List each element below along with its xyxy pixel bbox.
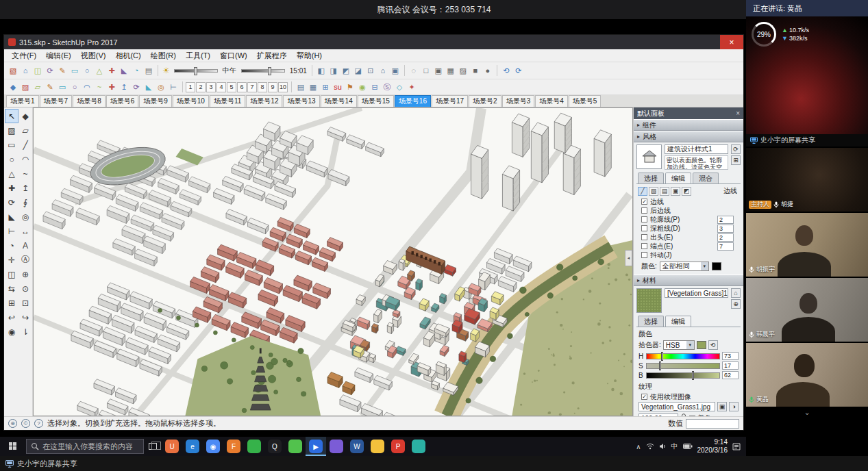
new-style-button[interactable]: ⊞ [731, 155, 741, 165]
toolbar-icon[interactable]: ⊟ [369, 81, 381, 93]
credits-icon[interactable]: © [21, 419, 30, 428]
view-icon[interactable]: ◨ [327, 64, 340, 77]
taskbar-app-icon[interactable]: W [347, 437, 367, 456]
tool-icon[interactable]: ↖ [5, 109, 18, 123]
tool-icon[interactable]: △ [5, 166, 18, 181]
ime-indicator[interactable]: 中 [671, 442, 678, 451]
scene-tab[interactable]: 场景号8 [73, 95, 106, 107]
tool-icon[interactable]: ⊢ [5, 224, 18, 238]
scene-number-button[interactable]: 1 [186, 82, 195, 92]
taskbar-app-icon[interactable]: P [388, 437, 408, 456]
taskbar-search-input[interactable]: 在这里输入你要搜索的内容 [26, 439, 144, 454]
tool-icon[interactable]: ∮ [18, 195, 32, 209]
toolbar-icon[interactable]: ◣ [118, 64, 130, 77]
menu-item[interactable]: 编辑(E) [41, 51, 76, 61]
style-thumbnail[interactable] [636, 144, 662, 169]
toolbar-icon[interactable]: ⌂ [19, 64, 32, 77]
use-texture-checkbox[interactable] [641, 394, 647, 400]
tool-icon[interactable]: ◫ [5, 267, 18, 281]
view-icon[interactable]: ◧ [315, 64, 327, 77]
shadow-date-slider[interactable] [174, 69, 218, 73]
scene-number-button[interactable]: 5 [227, 82, 236, 92]
tool-icon[interactable]: ↪ [18, 310, 32, 324]
taskbar-app-icon[interactable] [326, 437, 347, 456]
tab-styles-edit[interactable]: 编辑 [665, 173, 691, 183]
brightness-value-input[interactable]: 62 [722, 371, 739, 379]
tab-styles-mix[interactable]: 混合 [693, 173, 719, 183]
toolbar-icon[interactable]: ▱ [32, 81, 44, 93]
toolbar-icon[interactable]: ◠ [81, 81, 93, 93]
tool-icon[interactable]: ⊡ [18, 296, 32, 310]
taskbar-app-icon[interactable] [244, 437, 264, 456]
depth-cue-checkbox[interactable] [641, 225, 647, 231]
tool-icon[interactable]: ◎ [18, 209, 32, 224]
tool-icon[interactable]: ◆ [18, 109, 32, 123]
tool-icon[interactable]: ↩ [5, 310, 18, 324]
scene-number-button[interactable]: 8 [258, 82, 267, 92]
shadow-sun-icon[interactable]: ☀ [162, 66, 170, 75]
view-icon[interactable]: ⊡ [364, 64, 377, 77]
help-icon[interactable]: ? [34, 419, 43, 428]
toolbar-icon[interactable]: ◎ [155, 81, 167, 93]
extension-value-input[interactable]: 2 [717, 233, 734, 242]
face-style-icon[interactable]: ● [482, 64, 494, 77]
scene-number-button[interactable]: 2 [196, 82, 206, 92]
scene-tab[interactable]: 场景号15 [358, 95, 394, 107]
tool-icon[interactable]: ⊞ [5, 296, 18, 310]
material-name-input[interactable]: [Vegetation Grass]1 [665, 288, 728, 298]
toolbar-icon[interactable]: ✚ [106, 81, 118, 93]
participant-video-tile[interactable]: 主持人 胡捷 [746, 148, 868, 212]
tool-icon[interactable]: ⊙ [18, 281, 32, 296]
saturation-slider[interactable] [646, 363, 720, 369]
model-viewport[interactable]: ◂ [33, 107, 633, 416]
modeling-settings-icon[interactable]: ◩ [682, 187, 691, 196]
scene-number-button[interactable]: 10 [278, 82, 288, 92]
view-icon[interactable]: ⌂ [377, 64, 389, 77]
face-style-icon[interactable]: ◌ [408, 64, 420, 77]
scene-tab[interactable]: 场景号13 [283, 95, 319, 107]
tray-close-icon[interactable]: × [736, 110, 740, 117]
edge-color-dropdown[interactable]: 全部相同 ▾ [660, 262, 709, 271]
hue-value-input[interactable]: 73 [722, 352, 739, 360]
toolbar-icon[interactable]: ◣ [142, 81, 155, 93]
scene-tab[interactable]: 场景号11 [210, 95, 245, 107]
toolbar-icon[interactable]: ✦ [406, 81, 418, 93]
toolbar-icon[interactable]: ⊞ [319, 81, 332, 93]
material-color-swatch[interactable] [697, 341, 706, 349]
tool-icon[interactable]: ↥ [18, 181, 32, 195]
toolbar-icon[interactable]: ◫ [32, 64, 44, 77]
depth-cue-value-input[interactable]: 3 [717, 225, 734, 233]
toolbar-icon[interactable]: ▤ [142, 64, 155, 77]
taskbar-app-icon[interactable] [367, 437, 388, 456]
texture-color-wheel-icon[interactable]: ◑ [729, 402, 739, 411]
toolbar-icon[interactable]: ◉ [356, 81, 369, 93]
toolbar-icon[interactable]: ○ [69, 81, 81, 93]
start-button[interactable] [0, 437, 26, 456]
section-header-styles[interactable]: ▸ 风格 [634, 131, 743, 142]
face-style-icon[interactable]: ▦ [445, 64, 457, 77]
section-header-components[interactable]: ▸ 组件 [634, 119, 743, 131]
face-style-icon[interactable]: ▣ [432, 64, 445, 77]
watermark-settings-icon[interactable]: ▣ [671, 187, 680, 196]
toolbar-icon[interactable]: ✎ [44, 81, 56, 93]
orbit-mode-icon[interactable]: ⟲ [500, 64, 512, 77]
participant-video-tile[interactable]: 胡振宇 [746, 213, 868, 277]
texture-file-input[interactable]: Vegetation_Grass1.jpg [638, 402, 715, 411]
tool-icon[interactable]: ✚ [5, 181, 18, 195]
measurements-input[interactable] [686, 419, 739, 429]
menu-item[interactable]: 帮助(H) [292, 51, 327, 61]
scene-tab[interactable]: 场景号5 [569, 95, 602, 107]
scene-tab[interactable]: 场景号17 [432, 95, 468, 107]
picker-dropdown[interactable]: HSB ▾ [663, 340, 695, 350]
self-video-tile[interactable]: 29% ▲10.7k/s ▼382k/s [746, 16, 868, 134]
section-header-materials[interactable]: ▸ 材料 [634, 275, 743, 286]
tool-icon[interactable]: ⟳ [5, 195, 18, 209]
scene-number-button[interactable]: 3 [206, 82, 216, 92]
back-edges-checkbox[interactable] [641, 207, 647, 214]
tool-icon[interactable]: ◠ [18, 152, 32, 166]
taskbar-app-icon[interactable]: ◉ [203, 437, 223, 456]
face-style-icon[interactable]: ■ [469, 64, 482, 77]
view-icon[interactable]: ▣ [389, 64, 401, 77]
tool-icon[interactable]: Ⓐ [18, 253, 32, 267]
tool-icon[interactable]: ↔ [18, 224, 32, 238]
